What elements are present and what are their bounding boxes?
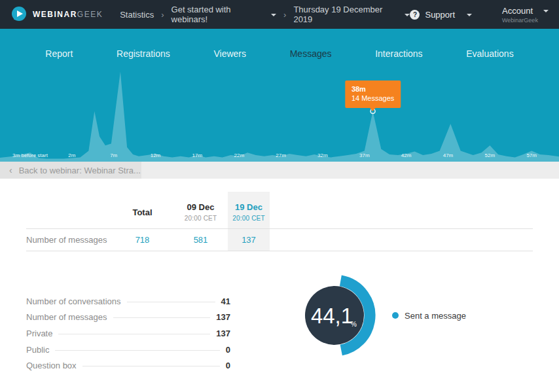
back-bar: ‹ Back to webinar: Webinar Stra... xyxy=(0,162,559,179)
chevron-down-icon xyxy=(271,14,276,16)
row-label: Number of messages xyxy=(26,229,111,251)
x-axis-tick: 27m xyxy=(276,152,286,158)
breadcrumb-statistics[interactable]: Statistics xyxy=(120,10,154,20)
donut-percent-sign: % xyxy=(351,321,357,328)
value-19dec[interactable]: 137 xyxy=(228,229,270,251)
back-to-webinar-button[interactable]: ‹ Back to webinar: Webinar Stra... xyxy=(0,162,141,179)
account-label: Account xyxy=(502,6,533,16)
webinargeek-logo-icon xyxy=(10,6,27,23)
legend-dot-icon xyxy=(392,312,399,319)
breadcrumb-separator: › xyxy=(161,10,164,20)
tab-viewers[interactable]: Viewers xyxy=(213,48,246,59)
webinargeek-logo[interactable]: WEBINARGEEK xyxy=(10,6,103,23)
brand-bold: WEBINAR xyxy=(33,10,77,19)
messages-summary-table: Total 09 Dec 20:00 CET 19 Dec 20:00 CET … xyxy=(26,192,533,251)
x-axis: 3m before start2m7m12m17m22m27m32m37m42m… xyxy=(0,151,559,162)
stat-value: 41 xyxy=(221,296,230,306)
x-axis-tick: 7m xyxy=(110,152,117,158)
table-header-empty xyxy=(26,192,111,229)
breadcrumb-statistics-label: Statistics xyxy=(120,10,154,20)
column-header-19dec-active[interactable]: 19 Dec 20:00 CET xyxy=(228,192,270,229)
donut-chart-svg: 44,1 % xyxy=(290,271,379,360)
brand-text: WEBINARGEEK xyxy=(33,10,103,19)
x-axis-tick: 12m xyxy=(151,152,161,158)
value-09dec[interactable]: 581 xyxy=(173,229,228,251)
support-label: Support xyxy=(425,10,455,20)
chevron-down-icon xyxy=(405,14,410,16)
stat-value: 0 xyxy=(226,361,230,370)
column-header-total[interactable]: Total xyxy=(111,192,173,229)
column-header-09dec[interactable]: 09 Dec 20:00 CET xyxy=(173,192,228,229)
chevron-down-icon xyxy=(467,14,472,16)
stat-label: Public xyxy=(26,345,49,355)
x-axis-tick: 52m xyxy=(485,152,496,158)
column-title: 09 Dec xyxy=(173,202,228,212)
value-total[interactable]: 718 xyxy=(111,229,173,251)
stat-label: Number of conversations xyxy=(26,296,121,306)
column-subtitle: 20:00 CET xyxy=(228,215,270,222)
list-item: Private 137 xyxy=(26,325,230,342)
stat-label: Question box xyxy=(26,361,77,370)
leader-line xyxy=(55,350,219,351)
x-axis-tick: 22m xyxy=(234,152,245,158)
sent-message-donut-chart: 44,1 % Sent a message xyxy=(290,271,466,360)
column-title: 19 Dec xyxy=(228,202,270,212)
statistics-nav-tabs: Report Registrations Viewers Messages In… xyxy=(0,29,559,59)
breadcrumb-webinar-label: Get started with webinars! xyxy=(171,5,267,24)
stat-label: Private xyxy=(26,329,52,338)
legend-label: Sent a message xyxy=(405,311,466,321)
hero-chart-section: Report Registrations Viewers Messages In… xyxy=(0,29,559,162)
leader-line xyxy=(113,317,211,318)
message-stats-list: Number of conversations 41 Number of mes… xyxy=(26,289,230,374)
column-subtitle: 20:00 CET xyxy=(173,215,228,222)
breadcrumb-date-label: Thursday 19 December 2019 xyxy=(293,5,400,24)
area-series xyxy=(0,72,559,162)
details-section: Number of conversations 41 Number of mes… xyxy=(0,289,559,374)
topbar: WEBINARGEEK Statistics › Get started wit… xyxy=(0,0,559,29)
stat-label: Number of messages xyxy=(26,312,107,322)
chart-tooltip: 38m 14 Messages xyxy=(345,80,401,108)
question-mark-icon: ? xyxy=(410,10,420,20)
list-item: Question box 0 xyxy=(26,357,230,374)
breadcrumb-separator: › xyxy=(283,10,286,20)
list-item: Public 0 xyxy=(26,342,230,358)
chevron-down-icon xyxy=(543,10,549,12)
account-subtitle: WebinarGeek xyxy=(502,17,549,24)
column-title: Total xyxy=(111,207,173,217)
table-row-filler xyxy=(270,229,533,251)
tab-messages[interactable]: Messages xyxy=(290,48,332,59)
leader-line xyxy=(127,302,215,302)
x-axis-tick: 3m before start xyxy=(12,152,48,158)
tab-registrations[interactable]: Registrations xyxy=(117,48,170,59)
donut-legend: Sent a message xyxy=(392,311,466,321)
x-axis-tick: 2m xyxy=(68,152,75,158)
tooltip-value: 14 Messages xyxy=(352,94,394,103)
leader-line xyxy=(82,366,220,366)
chevron-left-icon: ‹ xyxy=(9,165,12,175)
account-menu[interactable]: Account WebinarGeek xyxy=(502,6,549,24)
x-axis-tick: 47m xyxy=(443,152,454,158)
stat-value: 137 xyxy=(216,312,230,322)
tab-report[interactable]: Report xyxy=(45,48,73,59)
support-menu[interactable]: ? Support xyxy=(410,10,472,20)
leader-line xyxy=(58,334,210,334)
tab-evaluations[interactable]: Evaluations xyxy=(466,48,513,59)
breadcrumb-webinar-dropdown[interactable]: Get started with webinars! xyxy=(171,5,277,24)
tooltip-time: 38m xyxy=(352,84,394,94)
back-to-webinar-label: Back to webinar: Webinar Stra... xyxy=(19,166,141,175)
x-axis-tick: 42m xyxy=(401,152,412,158)
table-header-filler xyxy=(270,192,533,229)
x-axis-tick: 37m xyxy=(359,152,370,158)
tab-interactions[interactable]: Interactions xyxy=(375,48,422,59)
table-row: Number of messages 718 581 137 xyxy=(26,229,533,251)
brand-light: GEEK xyxy=(77,10,103,19)
donut-percentage: 44,1 xyxy=(311,304,353,328)
stat-value: 0 xyxy=(226,345,230,355)
x-axis-tick: 17m xyxy=(192,152,203,158)
breadcrumb-date-dropdown[interactable]: Thursday 19 December 2019 xyxy=(293,5,410,24)
list-item: Number of conversations 41 xyxy=(26,293,230,310)
list-item: Number of messages 137 xyxy=(26,310,230,326)
table-header-row: Total 09 Dec 20:00 CET 19 Dec 20:00 CET xyxy=(26,192,533,229)
x-axis-tick: 57m xyxy=(526,152,537,158)
breadcrumb: Statistics › Get started with webinars! … xyxy=(120,5,410,24)
